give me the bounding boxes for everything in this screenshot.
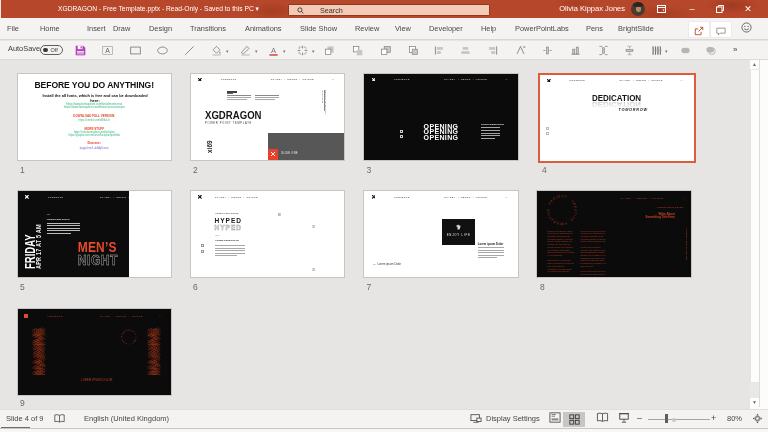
svg-text:CREATIVE PROJECT CREATIVE: CREATIVE PROJECT CREATIVE PROJECT: [546, 194, 578, 226]
svg-text:LOREM IPSUM DOLOR SIT AMET LOR: LOREM IPSUM DOLOR SIT AMET LOREM: [121, 329, 137, 345]
svg-text:A: A: [271, 45, 277, 54]
svg-text:A: A: [105, 47, 110, 54]
